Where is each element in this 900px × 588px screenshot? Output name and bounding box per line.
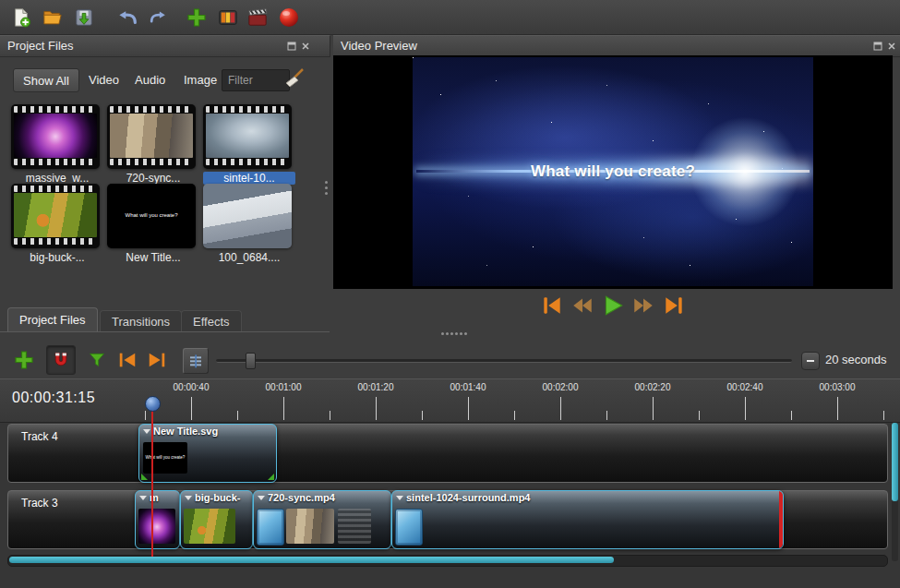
file-item-100-0684[interactable]: 100_0684.... bbox=[203, 184, 295, 264]
track-4-label: Track 4 bbox=[21, 430, 58, 443]
project-files-panel-header: Project Files bbox=[0, 35, 330, 57]
tab-project-files[interactable]: Project Files bbox=[7, 307, 98, 332]
choose-profile-button[interactable] bbox=[214, 4, 241, 30]
file-item-big-buck[interactable]: big-buck-... bbox=[11, 184, 103, 264]
center-playhead-button[interactable] bbox=[183, 348, 209, 374]
filter-tab-image[interactable]: Image bbox=[180, 68, 221, 92]
file-thumbnail bbox=[11, 184, 100, 248]
zoom-scale-label[interactable]: 20 seconds bbox=[825, 348, 887, 372]
snapping-toggle-button[interactable] bbox=[46, 345, 76, 375]
clip-menu-icon[interactable] bbox=[185, 496, 192, 500]
center-playhead-icon bbox=[188, 354, 203, 368]
playhead-marker[interactable] bbox=[145, 396, 161, 412]
rewind-button[interactable] bbox=[569, 292, 596, 319]
open-project-button[interactable] bbox=[39, 4, 66, 30]
clip-title: New Title.svg bbox=[139, 425, 276, 438]
float-panel-icon[interactable] bbox=[286, 41, 297, 52]
ruler-label: 00:02:40 bbox=[715, 382, 774, 392]
save-project-button[interactable] bbox=[70, 4, 97, 30]
zoom-slider-handle[interactable] bbox=[246, 353, 256, 369]
timeline-hscrollbar[interactable] bbox=[7, 555, 888, 567]
film-clip-icon bbox=[395, 509, 423, 546]
clip-menu-icon[interactable] bbox=[396, 496, 403, 500]
clip-filmstrip-decoration bbox=[338, 509, 371, 544]
tab-effects[interactable]: Effects bbox=[181, 310, 242, 332]
clip-thumbnail: What will you create? bbox=[143, 442, 187, 474]
close-panel-icon[interactable] bbox=[300, 41, 311, 52]
clip-big-buck[interactable]: big-buck- bbox=[180, 490, 253, 549]
tab-transitions[interactable]: Transitions bbox=[100, 310, 182, 332]
clear-filter-button[interactable] bbox=[282, 66, 310, 94]
stars-decoration bbox=[413, 57, 414, 58]
clip-resize-grip-left[interactable] bbox=[141, 474, 148, 480]
previous-marker-button[interactable] bbox=[116, 350, 138, 370]
fast-forward-button[interactable] bbox=[630, 292, 657, 319]
current-time-display: 00:00:31:15 bbox=[12, 390, 95, 406]
timeline-panel: 00:00:31:15 00:00:40 00:01:00 00:01:20 0… bbox=[0, 378, 900, 588]
timeline-splitter-handle[interactable] bbox=[441, 332, 444, 335]
file-item-sintel[interactable]: sintel-10... bbox=[203, 104, 295, 185]
clip-thumbnail bbox=[184, 509, 235, 544]
zoom-out-button[interactable] bbox=[801, 352, 820, 370]
file-item-720-sync[interactable]: 720-sync... bbox=[107, 104, 199, 185]
clip-sintel[interactable]: sintel-1024-surround.mp4 bbox=[391, 490, 784, 549]
video-frame: What will you create? bbox=[413, 57, 813, 286]
clip-menu-icon[interactable] bbox=[258, 496, 265, 500]
play-button[interactable] bbox=[599, 292, 627, 319]
clip-menu-icon[interactable] bbox=[139, 496, 147, 500]
magnet-icon bbox=[52, 351, 70, 369]
filter-tab-video[interactable]: Video bbox=[85, 68, 123, 92]
next-marker-icon bbox=[146, 350, 168, 370]
file-thumbnail bbox=[107, 104, 196, 169]
jump-start-button[interactable] bbox=[538, 292, 566, 319]
clip-resize-grip-right[interactable] bbox=[268, 474, 274, 480]
close-preview-icon[interactable] bbox=[886, 41, 897, 52]
redo-button[interactable] bbox=[144, 4, 171, 30]
next-marker-button[interactable] bbox=[146, 350, 168, 370]
clip-title: sintel-1024-surround.mp4 bbox=[392, 491, 783, 505]
file-thumbnail: What will you create? bbox=[107, 184, 196, 248]
minus-icon bbox=[807, 360, 814, 362]
undo-button[interactable] bbox=[114, 4, 141, 30]
file-item-new-title[interactable]: What will you create? New Title... bbox=[107, 184, 199, 264]
file-label-selected: sintel-10... bbox=[203, 172, 295, 185]
animated-title-button[interactable] bbox=[275, 4, 302, 30]
filter-tab-audio[interactable]: Audio bbox=[131, 68, 169, 92]
new-project-icon bbox=[11, 7, 31, 28]
clip-menu-icon[interactable] bbox=[143, 429, 150, 434]
file-item-massive[interactable]: massive_w... bbox=[11, 104, 103, 185]
file-label: New Title... bbox=[107, 251, 199, 264]
float-preview-icon[interactable] bbox=[872, 41, 883, 52]
timeline-vscrollbar-thumb[interactable] bbox=[892, 423, 898, 501]
filter-tab-show-all[interactable]: Show All bbox=[13, 68, 79, 92]
openshot-app: Project Files Video Preview Show All Vid… bbox=[0, 0, 900, 588]
clip-720-sync[interactable]: 720-sync.mp4 bbox=[253, 490, 391, 549]
clip-new-title-svg[interactable]: New Title.svg What will you create? bbox=[138, 424, 277, 483]
fast-forward-icon bbox=[631, 294, 655, 318]
tabs-baseline bbox=[0, 331, 330, 332]
video-preview-area: What will you create? bbox=[333, 55, 893, 289]
add-track-button[interactable] bbox=[11, 347, 37, 373]
file-label: big-buck-... bbox=[11, 251, 103, 264]
playhead-line bbox=[151, 409, 153, 557]
video-overlay-text: What will you create? bbox=[413, 162, 813, 181]
import-files-button[interactable] bbox=[183, 4, 210, 30]
ruler-label: 00:01:00 bbox=[254, 382, 313, 392]
timeline-ruler[interactable]: 00:00:31:15 00:00:40 00:01:00 00:01:20 0… bbox=[0, 378, 900, 423]
project-files-title: Project Files bbox=[0, 39, 74, 53]
timeline-vscrollbar[interactable] bbox=[892, 423, 898, 561]
clip-trim-edge[interactable] bbox=[779, 491, 783, 548]
track-3-label: Track 3 bbox=[21, 497, 58, 510]
panel-splitter-handle[interactable] bbox=[325, 181, 328, 184]
export-video-button[interactable] bbox=[244, 4, 270, 30]
filter-input[interactable] bbox=[222, 69, 290, 91]
clip-massive[interactable]: m bbox=[135, 490, 180, 549]
timeline-hscrollbar-thumb[interactable] bbox=[9, 557, 614, 563]
add-marker-button[interactable] bbox=[87, 350, 107, 370]
clip-thumbnail bbox=[138, 509, 175, 544]
new-project-button[interactable] bbox=[7, 4, 34, 30]
zoom-slider-track[interactable] bbox=[216, 359, 792, 363]
jump-end-button[interactable] bbox=[660, 292, 688, 319]
save-project-icon bbox=[74, 7, 94, 28]
video-preview-title: Video Preview bbox=[333, 39, 417, 53]
